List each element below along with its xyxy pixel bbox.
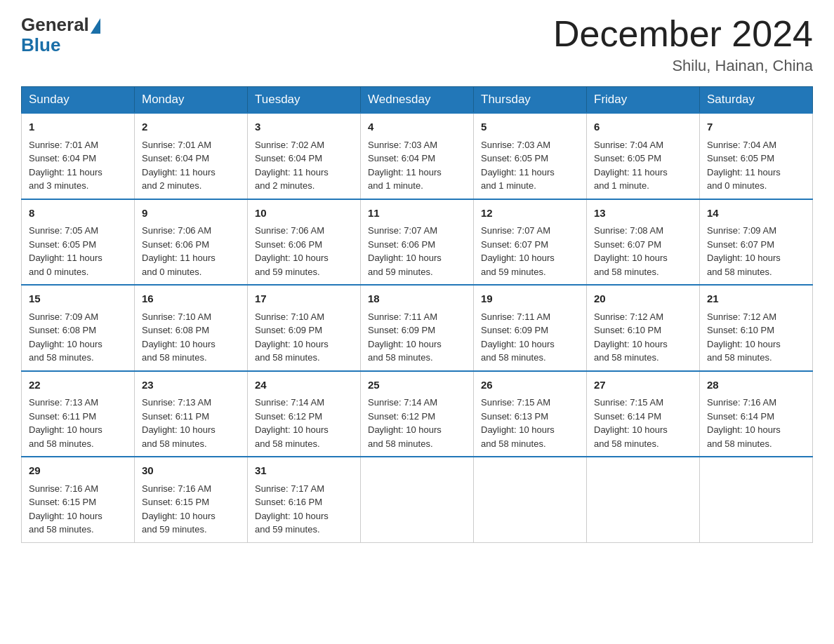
sunrise-info: Sunrise: 7:01 AM	[29, 140, 98, 150]
daylight-info: Daylight: 11 hours	[707, 167, 781, 177]
table-row: 18 Sunrise: 7:11 AM Sunset: 6:09 PM Dayl…	[361, 285, 474, 371]
table-row: 1 Sunrise: 7:01 AM Sunset: 6:04 PM Dayli…	[22, 113, 135, 199]
daylight-info: Daylight: 10 hours	[707, 253, 781, 263]
day-number: 23	[142, 377, 240, 394]
daylight-info: Daylight: 10 hours	[255, 511, 329, 521]
sunset-info: Sunset: 6:10 PM	[594, 325, 661, 335]
daylight-minutes: and 2 minutes.	[142, 180, 201, 191]
daylight-minutes: and 59 minutes.	[142, 524, 207, 535]
day-number: 13	[594, 206, 692, 222]
table-row: 17 Sunrise: 7:10 AM Sunset: 6:09 PM Dayl…	[248, 285, 361, 371]
daylight-minutes: and 58 minutes.	[29, 524, 94, 535]
table-row: 16 Sunrise: 7:10 AM Sunset: 6:08 PM Dayl…	[135, 285, 248, 371]
daylight-info: Daylight: 10 hours	[594, 424, 668, 435]
title-section: December 2024 Shilu, Hainan, China	[553, 14, 813, 75]
day-number: 22	[29, 377, 127, 394]
table-row	[361, 457, 474, 542]
daylight-minutes: and 58 minutes.	[707, 267, 772, 277]
sunset-info: Sunset: 6:08 PM	[29, 325, 96, 335]
header-saturday: Saturday	[700, 87, 813, 114]
sunrise-info: Sunrise: 7:17 AM	[255, 483, 324, 494]
table-row: 28 Sunrise: 7:16 AM Sunset: 6:14 PM Dayl…	[700, 371, 813, 457]
calendar-week-row: 22 Sunrise: 7:13 AM Sunset: 6:11 PM Dayl…	[22, 371, 813, 457]
day-number: 20	[594, 291, 692, 307]
sunrise-info: Sunrise: 7:07 AM	[368, 225, 437, 236]
sunset-info: Sunset: 6:07 PM	[481, 239, 548, 250]
sunset-info: Sunset: 6:12 PM	[368, 411, 435, 422]
day-number: 18	[368, 291, 466, 307]
day-number: 31	[255, 463, 353, 479]
sunrise-info: Sunrise: 7:03 AM	[368, 140, 437, 150]
sunrise-info: Sunrise: 7:07 AM	[481, 225, 550, 236]
daylight-minutes: and 1 minute.	[481, 180, 536, 191]
daylight-minutes: and 58 minutes.	[481, 438, 546, 449]
sunrise-info: Sunrise: 7:12 AM	[707, 311, 776, 322]
sunset-info: Sunset: 6:11 PM	[142, 411, 209, 422]
sunrise-info: Sunrise: 7:09 AM	[29, 311, 98, 322]
sunset-info: Sunset: 6:04 PM	[368, 153, 435, 163]
daylight-minutes: and 58 minutes.	[368, 352, 433, 363]
table-row: 9 Sunrise: 7:06 AM Sunset: 6:06 PM Dayli…	[135, 199, 248, 286]
day-number: 25	[368, 377, 466, 394]
sunrise-info: Sunrise: 7:14 AM	[255, 397, 324, 408]
day-number: 9	[142, 206, 240, 222]
day-number: 8	[29, 206, 127, 222]
daylight-info: Daylight: 10 hours	[29, 511, 102, 521]
daylight-info: Daylight: 10 hours	[255, 339, 329, 349]
sunrise-info: Sunrise: 7:11 AM	[368, 311, 437, 322]
header-thursday: Thursday	[474, 87, 587, 114]
daylight-minutes: and 58 minutes.	[594, 267, 659, 277]
table-row: 2 Sunrise: 7:01 AM Sunset: 6:04 PM Dayli…	[135, 113, 248, 199]
logo-blue-text: Blue	[21, 34, 100, 56]
sunrise-info: Sunrise: 7:15 AM	[481, 397, 550, 408]
sunset-info: Sunset: 6:06 PM	[255, 239, 322, 250]
daylight-info: Daylight: 10 hours	[707, 424, 781, 435]
sunset-info: Sunset: 6:07 PM	[594, 239, 661, 250]
sunrise-info: Sunrise: 7:10 AM	[142, 311, 211, 322]
table-row	[700, 457, 813, 542]
sunrise-info: Sunrise: 7:04 AM	[707, 140, 776, 150]
day-number: 1	[29, 119, 127, 135]
sunrise-info: Sunrise: 7:13 AM	[142, 397, 211, 408]
daylight-info: Daylight: 10 hours	[481, 339, 555, 349]
day-number: 24	[255, 377, 353, 394]
sunrise-info: Sunrise: 7:16 AM	[707, 397, 776, 408]
daylight-minutes: and 58 minutes.	[594, 438, 659, 449]
table-row: 19 Sunrise: 7:11 AM Sunset: 6:09 PM Dayl…	[474, 285, 587, 371]
daylight-info: Daylight: 10 hours	[29, 339, 102, 349]
sunrise-info: Sunrise: 7:11 AM	[481, 311, 550, 322]
daylight-minutes: and 58 minutes.	[255, 352, 320, 363]
sunset-info: Sunset: 6:09 PM	[255, 325, 322, 335]
daylight-info: Daylight: 11 hours	[29, 167, 102, 177]
calendar-week-row: 1 Sunrise: 7:01 AM Sunset: 6:04 PM Dayli…	[22, 113, 813, 199]
daylight-info: Daylight: 10 hours	[368, 424, 442, 435]
sunset-info: Sunset: 6:08 PM	[142, 325, 209, 335]
sunrise-info: Sunrise: 7:05 AM	[29, 225, 98, 236]
sunrise-info: Sunrise: 7:16 AM	[142, 483, 211, 494]
daylight-minutes: and 58 minutes.	[142, 438, 207, 449]
day-number: 7	[707, 119, 805, 135]
sunset-info: Sunset: 6:15 PM	[29, 497, 96, 507]
sunrise-info: Sunrise: 7:12 AM	[594, 311, 663, 322]
table-row: 5 Sunrise: 7:03 AM Sunset: 6:05 PM Dayli…	[474, 113, 587, 199]
daylight-info: Daylight: 10 hours	[368, 339, 442, 349]
daylight-minutes: and 58 minutes.	[255, 438, 320, 449]
table-row: 14 Sunrise: 7:09 AM Sunset: 6:07 PM Dayl…	[700, 199, 813, 286]
table-row: 11 Sunrise: 7:07 AM Sunset: 6:06 PM Dayl…	[361, 199, 474, 286]
daylight-minutes: and 59 minutes.	[255, 267, 320, 277]
sunrise-info: Sunrise: 7:01 AM	[142, 140, 211, 150]
daylight-minutes: and 0 minutes.	[29, 267, 88, 277]
table-row: 12 Sunrise: 7:07 AM Sunset: 6:07 PM Dayl…	[474, 199, 587, 286]
day-number: 6	[594, 119, 692, 135]
sunrise-info: Sunrise: 7:10 AM	[255, 311, 324, 322]
daylight-info: Daylight: 10 hours	[142, 339, 216, 349]
daylight-info: Daylight: 11 hours	[142, 167, 216, 177]
daylight-info: Daylight: 10 hours	[142, 424, 216, 435]
table-row: 27 Sunrise: 7:15 AM Sunset: 6:14 PM Dayl…	[587, 371, 700, 457]
daylight-info: Daylight: 11 hours	[255, 167, 329, 177]
daylight-info: Daylight: 10 hours	[594, 339, 668, 349]
sunset-info: Sunset: 6:09 PM	[481, 325, 548, 335]
calendar-header-row: Sunday Monday Tuesday Wednesday Thursday…	[22, 87, 813, 114]
daylight-minutes: and 2 minutes.	[255, 180, 315, 191]
sunset-info: Sunset: 6:05 PM	[481, 153, 548, 163]
